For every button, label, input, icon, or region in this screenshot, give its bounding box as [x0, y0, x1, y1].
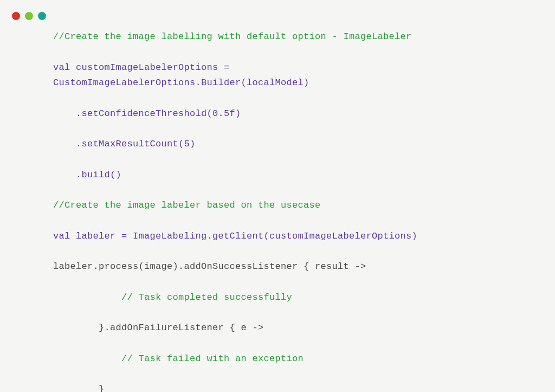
- code-identifier: customImageLabelerOptions =: [70, 62, 230, 73]
- window-controls: [12, 12, 46, 20]
- code-text: }: [53, 384, 105, 392]
- code-line: .setConfidenceThreshold(0.5f): [53, 107, 555, 121]
- code-line: // Task completed successfully: [53, 291, 555, 305]
- code-indent: [53, 292, 121, 303]
- code-line: val labeler = ImageLabeling.getClient(cu…: [53, 229, 555, 243]
- code-line: //Create the image labelling with defaul…: [53, 30, 555, 44]
- code-comment: // Task completed successfully: [121, 292, 292, 303]
- code-line: labeler.process(image).addOnSuccessListe…: [53, 260, 555, 274]
- code-text: labeler.process(image).addOnSuccessListe…: [53, 261, 366, 272]
- code-line: CustomImageLabelerOptions.Builder(localM…: [53, 76, 555, 90]
- code-identifier: .setConfidenceThreshold(0.5f): [53, 108, 241, 119]
- code-identifier: .build(): [53, 170, 121, 180]
- window-close-dot: [12, 12, 20, 20]
- code-line: val customImageLabelerOptions =: [53, 61, 555, 75]
- code-comment: //Create the image labeler based on the …: [53, 200, 321, 210]
- code-identifier: CustomImageLabelerOptions.Builder(localM…: [53, 78, 309, 88]
- code-line: // Task failed with an exception: [53, 352, 555, 366]
- code-keyword: val: [53, 231, 70, 241]
- window-maximize-dot: [38, 12, 46, 20]
- code-line: }.addOnFailureListener { e ->: [53, 321, 555, 335]
- code-block: //Create the image labelling with defaul…: [0, 0, 555, 392]
- code-text: }.addOnFailureListener { e ->: [53, 323, 264, 333]
- code-comment: // Task failed with an exception: [121, 354, 304, 364]
- code-line: .build(): [53, 168, 555, 182]
- window-minimize-dot: [25, 12, 33, 20]
- code-keyword: val: [53, 62, 70, 73]
- code-identifier: .setMaxResultCount(5): [53, 139, 196, 149]
- code-identifier: labeler = ImageLabeling.getClient(custom…: [70, 231, 418, 241]
- code-line: .setMaxResultCount(5): [53, 137, 555, 151]
- code-comment: //Create the image labelling with defaul…: [53, 31, 412, 42]
- code-line: //Create the image labeler based on the …: [53, 198, 555, 213]
- code-indent: [53, 354, 121, 364]
- code-line: }: [53, 382, 555, 392]
